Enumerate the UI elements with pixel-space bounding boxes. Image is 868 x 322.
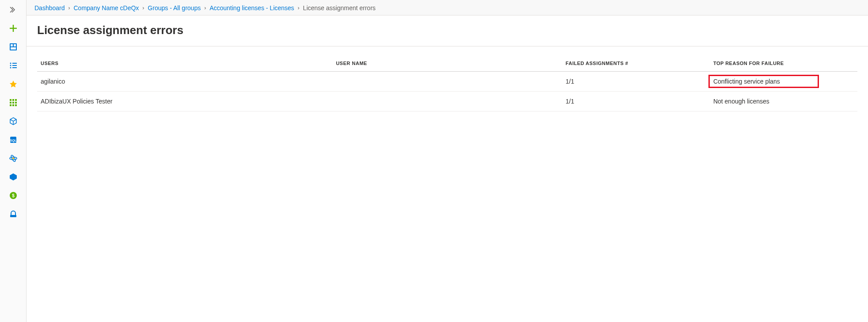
svg-rect-13: [10, 102, 11, 104]
breadcrumb-link[interactable]: Company Name cDeQx: [74, 4, 139, 12]
cell-reason: Conflicting service plans: [710, 72, 857, 92]
col-header-users[interactable]: USERS: [37, 55, 332, 72]
chevron-right-icon: ›: [204, 5, 206, 11]
svg-rect-9: [12, 67, 17, 68]
page-title: License assignment errors: [27, 15, 868, 46]
svg-point-6: [10, 67, 11, 69]
breadcrumb-link[interactable]: Accounting licenses - Licenses: [209, 4, 294, 12]
svg-rect-1: [11, 44, 13, 46]
svg-text:$: $: [12, 193, 15, 198]
svg-rect-10: [10, 99, 11, 101]
grid-icon[interactable]: [8, 97, 19, 108]
svg-text:SQL: SQL: [10, 139, 16, 142]
svg-rect-26: [10, 215, 16, 217]
chevron-right-icon: ›: [298, 5, 300, 11]
svg-rect-16: [10, 104, 11, 106]
svg-rect-17: [12, 104, 14, 106]
svg-point-4: [10, 63, 11, 64]
cell-users: agilanico: [37, 72, 332, 92]
svg-rect-15: [15, 102, 17, 104]
cosmos-icon[interactable]: [8, 153, 19, 164]
svg-point-5: [10, 65, 11, 66]
svg-rect-2: [14, 44, 16, 46]
table-row[interactable]: agilanico1/1Conflicting service plans: [37, 72, 857, 92]
col-header-reason[interactable]: TOP REASON FOR FAILURE: [710, 55, 857, 72]
table-row[interactable]: ADIbizaUX Policies Tester1/1Not enough l…: [37, 92, 857, 111]
chevron-right-icon: ›: [142, 5, 144, 11]
main-content: Dashboard › Company Name cDeQx › Groups …: [27, 0, 868, 322]
svg-rect-11: [12, 99, 14, 101]
expand-icon[interactable]: [8, 4, 19, 15]
svg-point-23: [12, 157, 14, 159]
create-icon[interactable]: [8, 23, 19, 34]
svg-rect-14: [12, 102, 14, 104]
chevron-right-icon: ›: [69, 5, 70, 11]
breadcrumb: Dashboard › Company Name cDeQx › Groups …: [27, 0, 868, 15]
cell-reason: Not enough licenses: [710, 92, 857, 111]
col-header-username[interactable]: USER NAME: [332, 55, 562, 72]
breadcrumb-link[interactable]: Groups - All groups: [148, 4, 201, 12]
devops-icon[interactable]: [8, 172, 19, 182]
svg-rect-8: [12, 65, 17, 66]
cube-icon[interactable]: [8, 116, 19, 126]
sidebar: SQL $: [0, 0, 27, 322]
support-icon[interactable]: [8, 209, 19, 219]
highlight-annotation: Conflicting service plans: [708, 75, 819, 88]
list-icon[interactable]: [8, 60, 19, 71]
sql-icon[interactable]: SQL: [8, 134, 19, 145]
svg-rect-7: [12, 63, 17, 64]
cell-failed: 1/1: [562, 92, 710, 111]
cell-users: ADIbizaUX Policies Tester: [37, 92, 332, 111]
dashboard-icon[interactable]: [8, 42, 19, 52]
errors-table-wrap: USERS USER NAME FAILED ASSIGNMENTS # TOP…: [27, 46, 868, 120]
breadcrumb-link[interactable]: Dashboard: [34, 4, 65, 12]
errors-table: USERS USER NAME FAILED ASSIGNMENTS # TOP…: [37, 55, 857, 111]
cost-icon[interactable]: $: [8, 190, 19, 201]
cell-username: [332, 92, 562, 111]
cell-username: [332, 72, 562, 92]
svg-rect-3: [11, 47, 16, 50]
cell-failed: 1/1: [562, 72, 710, 92]
breadcrumb-current: License assignment errors: [303, 4, 376, 12]
svg-rect-18: [15, 104, 17, 106]
star-icon[interactable]: [8, 79, 19, 89]
svg-rect-12: [15, 99, 17, 101]
col-header-failed[interactable]: FAILED ASSIGNMENTS #: [562, 55, 710, 72]
